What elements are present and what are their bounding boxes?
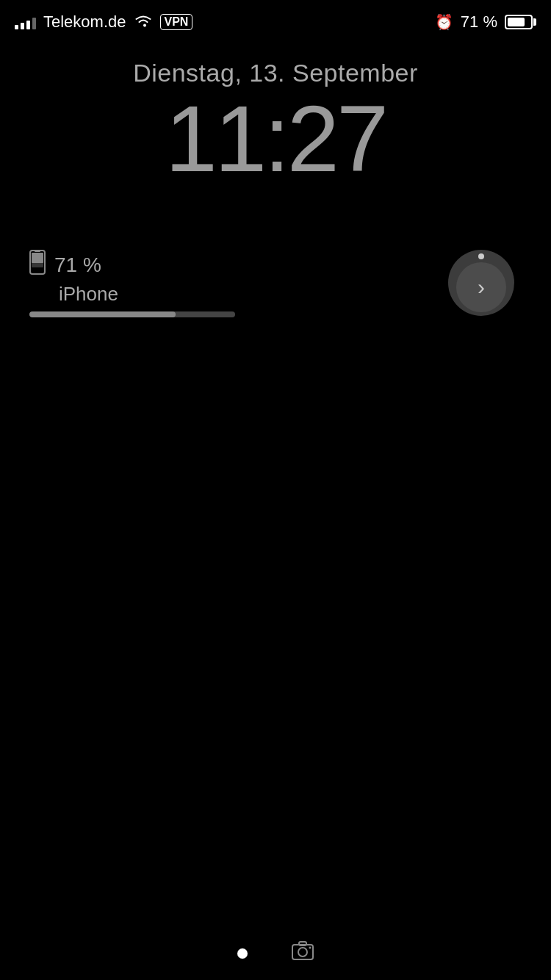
arrow-button[interactable]: › <box>448 250 514 316</box>
signal-bars-icon <box>15 15 36 29</box>
vpn-badge: VPN <box>160 14 193 30</box>
bottom-bar <box>0 941 551 965</box>
date-label: Dienstag, 13. September <box>0 59 551 87</box>
home-indicator-dot[interactable] <box>237 948 248 959</box>
date-time-display: Dienstag, 13. September 11:27 <box>0 59 551 186</box>
alarm-icon: ⏰ <box>435 13 453 31</box>
svg-point-7 <box>309 947 311 949</box>
battery-icon <box>505 15 536 29</box>
arrow-dot <box>478 253 484 259</box>
battery-percent-label: 71 % <box>461 12 497 32</box>
widget-battery-percent: 71 % <box>54 253 101 277</box>
wifi-icon <box>134 13 153 32</box>
svg-point-5 <box>298 948 307 956</box>
phone-battery-icon <box>29 250 46 280</box>
widget-device-name: iPhone <box>59 283 235 306</box>
arrow-circle-inner: › <box>456 262 506 312</box>
widget-header: 71 % <box>29 250 235 280</box>
status-right: ⏰ 71 % <box>435 12 536 32</box>
svg-rect-3 <box>32 253 43 263</box>
status-left: Telekom.de VPN <box>15 12 192 32</box>
camera-icon[interactable] <box>292 941 314 965</box>
battery-widget: 71 % iPhone <box>29 250 235 317</box>
svg-rect-1 <box>35 250 40 252</box>
svg-rect-6 <box>299 942 306 945</box>
widget-battery-fill <box>29 311 176 317</box>
widget-battery-bar <box>29 311 235 317</box>
arrow-right-icon: › <box>478 275 485 300</box>
time-label: 11:27 <box>0 92 551 186</box>
carrier-label: Telekom.de <box>43 12 126 32</box>
status-bar: Telekom.de VPN ⏰ 71 % <box>0 0 551 44</box>
